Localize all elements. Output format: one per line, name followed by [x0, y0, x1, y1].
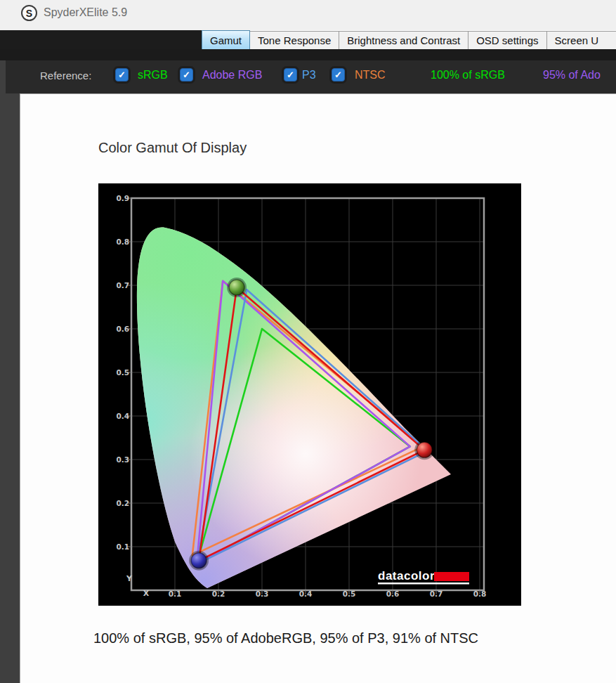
y-axis-label: Y	[126, 574, 133, 583]
summary-srgb-percent: 100% of sRGB	[431, 69, 505, 82]
svg-text:0.7: 0.7	[430, 590, 443, 598]
spyderx-window: S SpyderXElite 5.9 Gamut Tone Response B…	[0, 0, 616, 683]
tab-tone-response[interactable]: Tone Response	[249, 31, 339, 49]
gamut-result-text: 100% of sRGB, 95% of AdobeRGB, 95% of P3…	[93, 630, 478, 646]
tab-bar: Gamut Tone Response Brightness and Contr…	[202, 30, 616, 49]
svg-text:0.3: 0.3	[256, 590, 269, 598]
svg-text:0.4: 0.4	[116, 412, 129, 420]
x-axis-label: X	[143, 589, 150, 598]
svg-text:0.9: 0.9	[116, 194, 129, 202]
tab-gamut[interactable]: Gamut	[202, 30, 250, 49]
checkbox-srgb[interactable]: ✓	[115, 68, 129, 82]
checkbox-ntsc-label[interactable]: NTSC	[355, 69, 386, 82]
svg-text:0.6: 0.6	[116, 325, 129, 333]
tab-osd-settings[interactable]: OSD settings	[468, 31, 546, 49]
tab-brightness-and-contrast[interactable]: Brightness and Contrast	[339, 31, 468, 49]
svg-text:0.6: 0.6	[386, 590, 400, 598]
gamut-chart: 0.10.20.30.40.50.60.70.80.10.20.30.40.50…	[98, 183, 521, 606]
svg-text:0.1: 0.1	[116, 542, 129, 551]
checkbox-adobe-rgb[interactable]: ✓	[180, 68, 193, 82]
window-title: SpyderXElite 5.9	[44, 6, 127, 19]
summary-adobergb-percent: 95% of Ado	[543, 69, 601, 82]
dark-divider-band	[0, 49, 616, 60]
tabstrip-left-gap	[0, 30, 202, 49]
title-bar: S SpyderXElite 5.9	[0, 0, 616, 30]
svg-text:0.8: 0.8	[473, 590, 487, 598]
svg-text:0.1: 0.1	[169, 590, 182, 598]
svg-text:0.2: 0.2	[116, 499, 129, 507]
svg-text:0.7: 0.7	[116, 281, 129, 290]
svg-text:0.5: 0.5	[116, 368, 129, 377]
checkbox-p3-label[interactable]: P3	[302, 69, 316, 82]
svg-text:0.3: 0.3	[116, 455, 129, 464]
reference-toolbar: Reference: ✓ sRGB ✓ Adobe RGB ✓ P3 ✓ NTS…	[0, 60, 616, 93]
svg-text:0.4: 0.4	[299, 590, 313, 598]
checkbox-srgb-label[interactable]: sRGB	[138, 69, 168, 82]
left-edge-strip	[0, 60, 6, 93]
svg-text:0.5: 0.5	[343, 590, 356, 598]
svg-text:0.2: 0.2	[212, 590, 225, 598]
svg-text:0.8: 0.8	[116, 238, 129, 246]
checkbox-p3[interactable]: ✓	[284, 68, 297, 82]
chart-heading: Color Gamut Of Display	[98, 140, 247, 156]
checkbox-ntsc[interactable]: ✓	[332, 68, 345, 82]
datacolor-logo-text: datacolor	[378, 569, 435, 583]
datacolor-logo-red-bar	[434, 572, 469, 581]
checkbox-adobe-rgb-label[interactable]: Adobe RGB	[202, 69, 262, 82]
spyder-logo-icon: S	[21, 5, 37, 21]
tab-screen-uniformity[interactable]: Screen U	[546, 31, 616, 49]
reference-label: Reference:	[40, 70, 91, 82]
